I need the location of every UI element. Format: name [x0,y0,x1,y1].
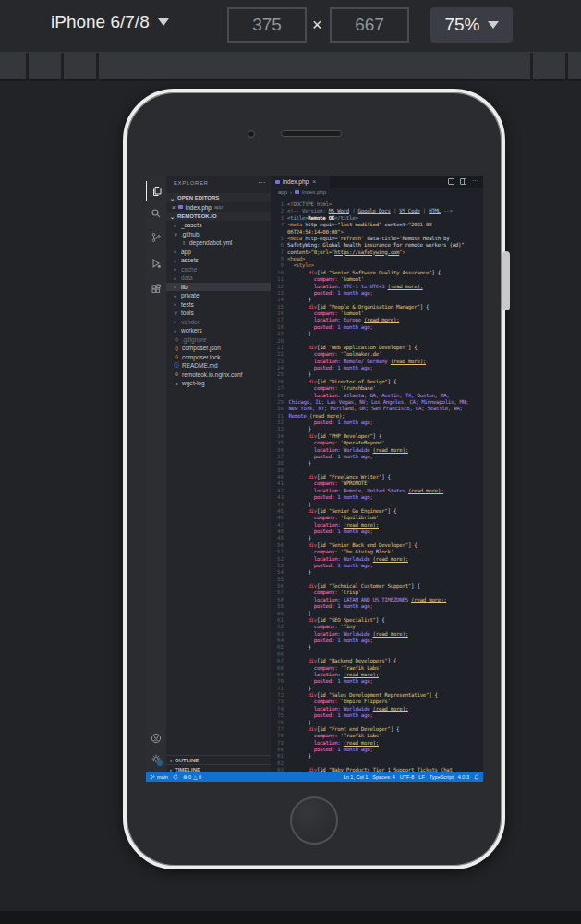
status-item[interactable]: TypeScript [430,774,454,780]
split-editor-icon[interactable] [460,178,466,185]
problems-status[interactable]: ⊗ 0 △ 0 [183,774,201,780]
code-line[interactable]: 74location: Worldwide (read more); [271,706,483,712]
code-line[interactable]: 48posted: 1 month ago; [271,529,483,535]
code-line[interactable]: 72div[id "Sales Development Representati… [271,692,483,699]
code-line[interactable]: 77div[id "Front end Developer"] { [271,726,483,733]
device-type-select[interactable]: iPhone 6/7/8 [51,12,169,32]
close-icon[interactable]: × [172,204,176,211]
tree-item-workers[interactable]: ›workers [166,326,271,335]
code-line[interactable]: 24posted: 1 month ago; [271,365,483,371]
code-line[interactable]: 57company: 'Crisp' [271,590,483,596]
code-line[interactable]: 41company: 'WPROMOTE' [271,480,483,487]
status-item[interactable]: UTF-8 [400,774,415,780]
more-actions-icon[interactable]: ⋯ [472,177,479,185]
tree-item-readme-md[interactable]: ⓘREADME.md [166,361,271,371]
code-line[interactable]: 14} [271,297,483,303]
breadcrumb-file[interactable]: index.php [302,189,326,195]
code-line[interactable]: 36location: Worldwide (read more); [271,447,483,454]
code-line[interactable]: 68company: 'Traefik Labs' [271,665,483,672]
code-line[interactable]: 27company: 'Crunchbase' [271,385,483,392]
status-item[interactable]: 4.0.3 [458,774,469,780]
tree-item-cache[interactable]: ›cache [166,265,271,274]
code-line[interactable]: 1<!DOCTYPE html> [271,201,483,208]
code-line[interactable]: 13posted: 1 month ago; [271,290,483,297]
tab-index-php[interactable]: index.php × [271,176,330,188]
tree-item--github[interactable]: ∨.github [166,230,271,239]
code-line[interactable]: 11company: 'komoot' [271,276,483,283]
code-line[interactable]: 58location: LATAM AND US TIMEZONES (read… [271,597,483,603]
code-line[interactable]: 20 [271,338,483,345]
code-line[interactable]: 53posted: 1 month ago; [271,563,483,569]
code-line[interactable]: 47location: (read more); [271,522,483,529]
code-line[interactable]: 5<meta http-equiv="refresh" data-title="… [271,236,483,242]
tree-item-lib[interactable]: ›lib [166,283,271,292]
code-line[interactable]: 26div[id "Director of Design"] { [271,379,483,385]
code-line[interactable]: 25} [271,371,483,378]
code-line[interactable]: 2<!-- Version: MS Word | Google Docs | V… [271,208,483,214]
code-line[interactable]: 65} [271,644,483,650]
tree-item--assets[interactable]: ›_assets [166,221,271,230]
code-line[interactable]: 64posted: 1 month ago; [271,638,483,644]
viewport-height-input[interactable]: 667 [330,7,409,43]
code-line[interactable]: 76} [271,720,483,726]
code-line[interactable]: 12location: UTC-1 to UTC+3 (read more); [271,284,483,290]
code-line[interactable]: 81} [271,753,483,760]
code-line[interactable]: 69location: (read more); [271,672,483,678]
open-changes-icon[interactable] [448,178,454,185]
code-line[interactable]: 59posted: 1 month ago; [271,603,483,610]
search-icon[interactable] [146,203,166,224]
status-item[interactable]: LF [418,774,424,780]
tree-item-dependabot-yml[interactable]: !dependabot.yml [166,238,271,248]
code-line[interactable]: 62company: 'Tiny' [271,624,483,630]
code-line[interactable]: 45div[id "Senior Go Engineer"] { [271,508,483,515]
status-item[interactable]: Ln 1, Col 1 [344,774,369,780]
code-line[interactable]: 37posted: 1 month ago; [271,454,483,460]
tree-item-composer-json[interactable]: {}composer.json [166,344,271,353]
account-icon[interactable] [146,728,166,748]
code-line[interactable]: 52location: Worldwide (read more); [271,556,483,563]
code-line[interactable]: 43posted: 1 month ago; [271,494,483,501]
code-line[interactable]: 15div[id "People & Organisation Manager"… [271,304,483,310]
code-line[interactable]: 6SafetyWing: Global health insurance for… [271,242,483,249]
code-line[interactable]: 8<head> [271,256,483,262]
extensions-icon[interactable] [146,279,166,299]
code-line[interactable]: 54} [271,569,483,576]
code-line[interactable]: 67div[id "Backend Developers"] { [271,658,483,664]
code-editor[interactable]: 1<!DOCTYPE html>2<!-- Version: MS Word |… [271,201,483,774]
code-line[interactable]: 55 [271,577,483,583]
tree-item-composer-lock[interactable]: {}composer.lock [166,353,271,362]
code-line[interactable]: 16company: 'komoot' [271,310,483,317]
code-line[interactable]: 19} [271,331,483,337]
explorer-icon[interactable] [146,181,166,201]
more-actions-icon[interactable]: ⋯ [258,178,265,187]
code-line[interactable]: 40div[id "Freelance Writer"] { [271,474,483,480]
code-line[interactable]: 78company: 'Traefik Labs' [271,733,483,739]
viewport-width-input[interactable]: 375 [227,7,307,43]
code-line[interactable]: 71} [271,686,483,692]
code-line[interactable]: 70posted: 1 month ago; [271,678,483,685]
code-line[interactable]: 3<title>Remote OK</title> [271,215,483,222]
breadcrumb-folder[interactable]: app [278,189,287,195]
code-line[interactable]: 61div[id "SEO Specialist"] { [271,617,483,624]
code-line[interactable]: 22company: 'Toolmaker.de' [271,351,483,358]
close-icon[interactable]: × [312,178,316,185]
code-line[interactable]: 66 [271,651,483,658]
workspace-section[interactable]: ⌄ REMOTEOK.IO [166,212,271,221]
tree-item-remoteok-io-nginx-conf[interactable]: ⚙remoteok.io.nginx.conf [166,371,271,380]
code-line[interactable]: 50div[id "Senior Back end Developer"] { [271,542,483,549]
code-line[interactable]: 44} [271,502,483,508]
breadcrumb[interactable]: app › index.php [271,188,483,197]
zoom-select[interactable]: 75% [430,7,513,43]
code-line[interactable]: 42location: Remote, United States (read … [271,488,483,494]
outline-section[interactable]: › OUTLINE [166,755,271,764]
code-line[interactable]: 21div[id "Web Application Developer"] { [271,345,483,351]
code-line[interactable]: 39 [271,468,483,474]
tree-item-tests[interactable]: ›tests [166,300,271,310]
code-line[interactable]: 73company: 'Empire Flippers' [271,699,483,705]
code-line[interactable]: 7content="0;url="https://safetywing.com"… [271,249,483,256]
code-line[interactable]: 10div[id "Senior Software Quality Assura… [271,270,483,276]
code-line[interactable]: 38} [271,460,483,467]
code-line[interactable]: 63location: Worldwide (read more); [271,631,483,638]
code-line[interactable]: 9<style> [271,262,483,269]
phone-home-button[interactable] [290,796,338,845]
